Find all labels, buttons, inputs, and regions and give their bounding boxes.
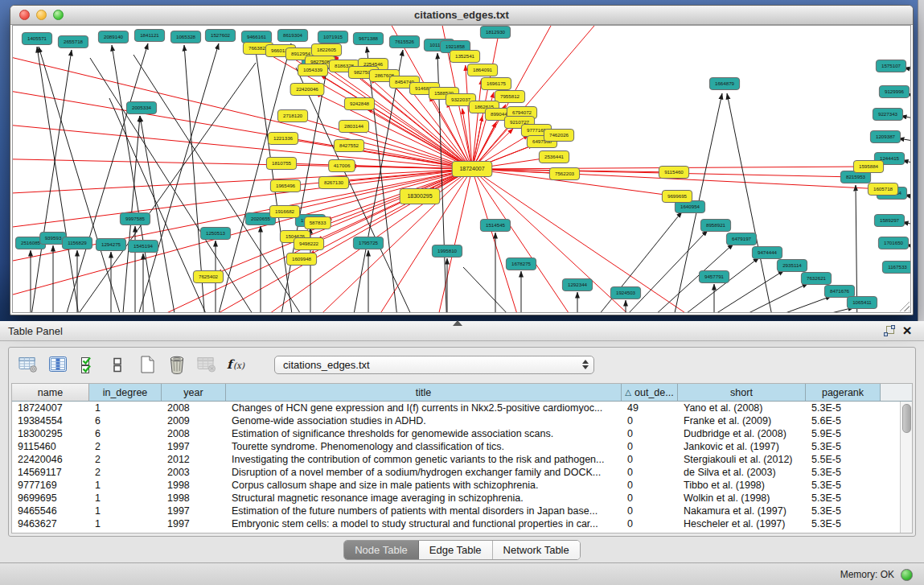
column-header-pagerank[interactable]: pagerank: [806, 384, 881, 402]
column-visibility-icon[interactable]: [47, 353, 69, 376]
column-header-year[interactable]: year: [162, 384, 226, 402]
graph-node[interactable]: 1678275: [506, 258, 536, 270]
graph-node[interactable]: 9227343: [873, 109, 902, 121]
graph-node[interactable]: 8427552: [334, 140, 363, 152]
new-column-icon[interactable]: [136, 353, 158, 376]
graph-node[interactable]: 1294275: [96, 239, 125, 251]
graph-node[interactable]: 1167533: [882, 262, 911, 274]
table-row[interactable]: 2242004622012Investigating the contribut…: [12, 453, 912, 466]
graph-node[interactable]: 8958921: [700, 220, 730, 232]
graph-node[interactable]: 1864091: [467, 64, 497, 76]
graph-node[interactable]: 7562203: [549, 168, 579, 180]
graph-node[interactable]: 1575107: [876, 60, 906, 72]
graph-node[interactable]: 1071915: [318, 31, 347, 43]
column-header-in-degree[interactable]: in_degree: [89, 384, 162, 402]
table-mode-icon[interactable]: [17, 353, 39, 376]
graph-node[interactable]: 1405571: [22, 33, 51, 45]
row-selection-icon[interactable]: [76, 353, 99, 376]
graph-node[interactable]: 1609948: [286, 253, 316, 266]
delete-table-icon[interactable]: [195, 353, 218, 376]
graph-node[interactable]: 1527602: [205, 30, 235, 42]
minimize-window-button[interactable]: [36, 10, 47, 20]
graph-node[interactable]: 1810755: [266, 158, 296, 170]
table-selector-dropdown[interactable]: citations_edges.txt: [274, 356, 594, 374]
graph-node[interactable]: 2935114: [777, 260, 807, 272]
graph-node[interactable]: 1209387: [870, 131, 900, 143]
graph-node[interactable]: 7632621: [801, 273, 831, 285]
graph-node[interactable]: 1054339: [298, 64, 327, 76]
graph-node[interactable]: 2005334: [126, 102, 156, 114]
table-scrollbar[interactable]: [900, 402, 912, 533]
row-height-icon[interactable]: [106, 353, 129, 376]
window-titlebar[interactable]: citations_edges.txt: [10, 6, 913, 25]
float-panel-icon[interactable]: [881, 323, 898, 339]
column-header-short[interactable]: short: [678, 384, 806, 402]
graph-node[interactable]: 7955812: [495, 91, 524, 103]
graph-node[interactable]: 9474444: [752, 247, 782, 259]
table-row[interactable]: 977716911998Corpus callosum shape and si…: [12, 479, 912, 492]
graph-node[interactable]: 2536441: [539, 151, 569, 163]
citation-graph[interactable]: 1405571265571820891401841121106532815276…: [13, 26, 911, 313]
zoom-window-button[interactable]: [53, 10, 64, 20]
graph-node[interactable]: 9671388: [353, 33, 383, 45]
graph-node[interactable]: 1156829: [62, 237, 92, 249]
graph-node[interactable]: 7615526: [389, 36, 419, 48]
table-row[interactable]: 1830029562008Estimation of significance …: [12, 427, 912, 440]
graph-node[interactable]: 417006: [329, 160, 355, 172]
graph-node[interactable]: 22420046: [290, 84, 324, 96]
delete-column-icon[interactable]: [166, 353, 188, 376]
graph-node[interactable]: 1250513: [200, 228, 230, 240]
graph-node[interactable]: 6479197: [726, 233, 756, 245]
table-row[interactable]: 946554611997Estimation of the future num…: [12, 505, 912, 517]
graph-node[interactable]: 9466161: [241, 31, 271, 43]
graph-node[interactable]: 8471676: [824, 286, 854, 298]
graph-node[interactable]: 1701650: [878, 237, 908, 249]
graph-node[interactable]: 7625402: [193, 271, 223, 283]
graph-node[interactable]: 1841121: [134, 30, 164, 42]
graph-node[interactable]: 1065328: [170, 31, 200, 43]
graph-node[interactable]: 1924503: [610, 287, 640, 299]
table-row[interactable]: 1872400712008Changes of HCN gene express…: [12, 402, 912, 414]
graph-node[interactable]: 9699695: [662, 191, 692, 203]
table-row[interactable]: 946362711997Embryonic stem cells: a mode…: [12, 517, 912, 530]
close-panel-icon[interactable]: ×: [898, 323, 916, 339]
graph-node[interactable]: 8619304: [277, 30, 307, 42]
graph-node[interactable]: 1795725: [353, 237, 383, 249]
graph-node[interactable]: 1065411: [847, 297, 877, 309]
graph-node[interactable]: 9115460: [659, 167, 688, 179]
graph-node[interactable]: 1822605: [311, 44, 341, 56]
tab-edge-table[interactable]: Edge Table: [419, 541, 493, 559]
graph-node[interactable]: 1545194: [128, 241, 158, 253]
graph-node[interactable]: 2803144: [339, 121, 368, 133]
graph-node[interactable]: 1812930: [480, 27, 510, 39]
table-row[interactable]: 969969511998Structural magnetic resonanc…: [12, 492, 912, 505]
graph-node[interactable]: 1514545: [480, 220, 510, 232]
graph-node[interactable]: 9242848: [344, 98, 374, 110]
graph-node[interactable]: 9129996: [879, 86, 909, 98]
table-scrollbar-thumb[interactable]: [902, 404, 911, 433]
graph-node[interactable]: 1995810: [432, 245, 462, 257]
network-canvas[interactable]: 1405571265571820891401841121106532815276…: [12, 25, 911, 313]
graph-node[interactable]: 8267130: [318, 177, 348, 189]
graph-node[interactable]: 1605718: [868, 183, 897, 196]
graph-node[interactable]: 1595884: [853, 161, 883, 173]
graph-node[interactable]: 9498222: [294, 238, 323, 250]
graph-node[interactable]: 1352541: [450, 51, 479, 63]
graph-node[interactable]: 587833: [305, 217, 331, 229]
table-row[interactable]: 1938455462009Genome-wide association stu…: [12, 414, 912, 427]
tab-network-table[interactable]: Network Table: [493, 541, 580, 559]
graph-node[interactable]: 2089140: [98, 31, 128, 43]
graph-node[interactable]: 1292344: [562, 279, 592, 291]
graph-node[interactable]: 1696175: [481, 78, 511, 90]
function-builder-icon[interactable]: f(x): [225, 353, 248, 376]
graph-node[interactable]: 1221336: [268, 133, 298, 145]
graph-node[interactable]: 1965496: [270, 180, 300, 192]
tab-node-table[interactable]: Node Table: [344, 541, 419, 559]
graph-node[interactable]: 2718120: [277, 110, 307, 122]
graph-node[interactable]: 9457791: [699, 271, 729, 283]
table-row[interactable]: 911546021997Tourette syndrome. Phenomeno…: [12, 440, 912, 453]
graph-node[interactable]: 1664879: [709, 78, 739, 90]
graph-node[interactable]: 7462026: [544, 130, 573, 142]
graph-node[interactable]: 1589297: [874, 215, 904, 227]
column-header-out-de[interactable]: △out_de...: [622, 384, 678, 402]
